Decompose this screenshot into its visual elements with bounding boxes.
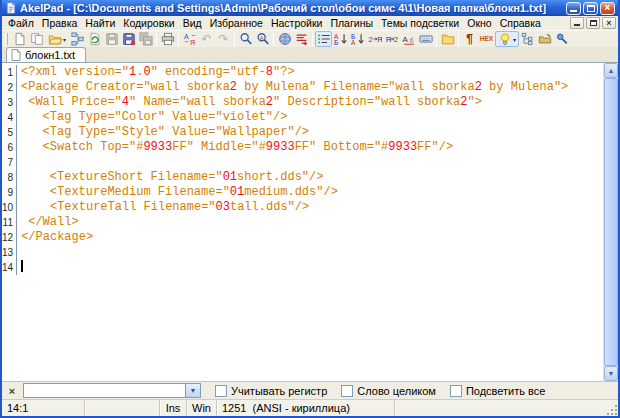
code-line-1[interactable]: 1<?xml version="1.0" encoding="utf-8"?> <box>2 65 603 80</box>
code-line-8[interactable]: 8 <TextureShort Filename="01short.dds"/> <box>2 170 603 185</box>
code-line-4[interactable]: 4 <Tag Type="Color" Value="violet"/> <box>2 110 603 125</box>
open-file-button[interactable]: ▾ <box>45 31 69 47</box>
code-fold-button[interactable] <box>519 31 536 47</box>
sortZA-icon: БА <box>351 32 365 46</box>
mdi-restore-button[interactable] <box>586 17 600 29</box>
dropdown-arrow-icon[interactable]: ▾ <box>63 36 66 43</box>
menu-настройки[interactable]: Настройки <box>267 17 327 29</box>
line-number: 9 <box>2 185 17 200</box>
code-line-5[interactable]: 5 <Tag Type="Style" Value="Wallpaper"/> <box>2 125 603 140</box>
pin-button[interactable] <box>553 31 570 47</box>
recode-button[interactable]: AЯ <box>181 31 198 47</box>
code-text: <Package Creator="wall sborka2 by Mulena… <box>21 80 568 95</box>
search-input[interactable] <box>24 384 185 397</box>
mdi-restore-icon <box>590 20 597 26</box>
code-line-12[interactable]: 12</Package> <box>2 230 603 245</box>
findbar-close-button[interactable]: × <box>6 385 18 397</box>
toolbar-grip[interactable] <box>5 33 8 45</box>
minimize-button[interactable] <box>566 2 581 15</box>
menu-найти[interactable]: Найти <box>81 17 119 29</box>
menu-справка[interactable]: Справка <box>496 17 545 29</box>
replace-button[interactable]: A <box>254 31 271 47</box>
toolbar: ▾AЯ↶↷AАББА2ЯЯ2Аб¶HEX▾ <box>2 30 618 47</box>
code-line-11[interactable]: 11 </Wall> <box>2 215 603 230</box>
goto-line-button[interactable] <box>293 31 310 47</box>
new-window-button[interactable] <box>28 31 45 47</box>
code-line-7[interactable]: 7 <box>2 155 603 170</box>
scroll-up-button[interactable]: ▲ <box>604 63 618 78</box>
reopen-file-button[interactable] <box>86 31 103 47</box>
chars-to-codes-button[interactable]: 2Я <box>366 31 383 47</box>
print-button[interactable] <box>159 31 176 47</box>
menu-плагины[interactable]: Плагины <box>326 17 377 29</box>
code-line-13[interactable]: 13 <box>2 245 603 260</box>
search-combobox[interactable]: ▼ <box>23 383 201 398</box>
sort-asc-button[interactable]: АБ <box>332 31 349 47</box>
menu-окно[interactable]: Окно <box>463 17 495 29</box>
mdi-minimize-button[interactable] <box>570 17 584 29</box>
save-as-button[interactable] <box>120 31 137 47</box>
file-list-button[interactable] <box>69 31 86 47</box>
scroll-thumb[interactable] <box>604 78 618 366</box>
vertical-scrollbar[interactable]: ▲ ▼ <box>603 63 618 381</box>
svg-text:Я: Я <box>385 35 391 44</box>
mdi-close-button[interactable]: × <box>602 17 616 29</box>
undo-button: ↶ <box>198 31 215 47</box>
svg-text:б: б <box>409 37 413 44</box>
line-number: 11 <box>2 215 17 230</box>
checkbox-icon[interactable] <box>450 385 462 397</box>
hex-view-button[interactable]: HEX <box>478 31 495 47</box>
recode-icon: AЯ <box>183 32 197 46</box>
svg-text:А: А <box>402 35 408 44</box>
highlight-theme-button[interactable]: ▾ <box>495 31 519 47</box>
combobox-dropdown-button[interactable]: ▼ <box>185 384 200 397</box>
code-line-2[interactable]: 2<Package Creator="wall sborka2 by Mulen… <box>2 80 603 95</box>
close-icon: × <box>605 3 611 13</box>
menu-темы-подсветки[interactable]: Темы подсветки <box>377 17 463 29</box>
sessions-button[interactable] <box>536 31 553 47</box>
menu-правка[interactable]: Правка <box>38 17 81 29</box>
scripts-button[interactable] <box>276 31 293 47</box>
code-line-14[interactable]: 14 <box>2 260 603 275</box>
findA-icon: A <box>256 32 270 46</box>
dropdown-arrow-icon[interactable]: ▾ <box>513 36 516 43</box>
line-number: 8 <box>2 170 17 185</box>
maximize-button[interactable] <box>583 2 598 15</box>
resize-grip[interactable] <box>615 413 617 415</box>
show-paragraph-button[interactable]: ¶ <box>461 31 478 47</box>
menu-кодировки[interactable]: Кодировки <box>119 17 178 29</box>
close-button[interactable]: × <box>600 2 615 15</box>
menu-файл[interactable]: Файл <box>4 17 38 29</box>
keyboard-button[interactable] <box>417 31 434 47</box>
code-line-9[interactable]: 9 <TextureMedium Filename="01medium.dds"… <box>2 185 603 200</box>
codes-to-chars-button[interactable]: Я2 <box>383 31 400 47</box>
code-line-3[interactable]: 3 <Wall Price="4" Name="wall sborka2" De… <box>2 95 603 110</box>
word-wrap-button[interactable] <box>315 31 332 47</box>
whole-word-checkbox[interactable]: Слово целиком <box>341 385 436 397</box>
code-line-10[interactable]: 10 <TextureTall Filename="03tall.dds"/> <box>2 200 603 215</box>
toolbar-separator <box>178 33 179 46</box>
change-case-button[interactable]: Аб <box>400 31 417 47</box>
checkbox-icon[interactable] <box>341 385 353 397</box>
editor[interactable]: 1<?xml version="1.0" encoding="utf-8"?>2… <box>2 63 618 381</box>
pin-icon <box>555 32 569 46</box>
line-number: 14 <box>2 260 17 275</box>
tab-document[interactable]: блокн1.txt <box>6 47 86 62</box>
pageRefresh-icon <box>88 32 102 46</box>
checkbox-icon[interactable] <box>215 385 227 397</box>
scroll-down-button[interactable]: ▼ <box>604 366 618 381</box>
highlight-all-label: Подсветить все <box>466 385 546 397</box>
sort-desc-button[interactable]: БА <box>349 31 366 47</box>
menu-вид[interactable]: Вид <box>179 17 206 29</box>
match-case-checkbox[interactable]: Учитывать регистр <box>215 385 327 397</box>
find-button[interactable] <box>237 31 254 47</box>
printer-icon <box>161 32 175 46</box>
code-line-6[interactable]: 6 <Swatch Top="#9933FF" Middle="#9933FF"… <box>2 140 603 155</box>
new-file-button[interactable] <box>11 31 28 47</box>
highlight-all-checkbox[interactable]: Подсветить все <box>450 385 546 397</box>
titlebar[interactable]: AkelPad - [C:\Documents and Settings\Adm… <box>2 0 618 16</box>
favorites-button[interactable] <box>439 31 456 47</box>
menu-избранное[interactable]: Избранное <box>206 17 267 29</box>
newline-format: Win <box>187 400 217 416</box>
maximize-icon <box>587 5 595 12</box>
